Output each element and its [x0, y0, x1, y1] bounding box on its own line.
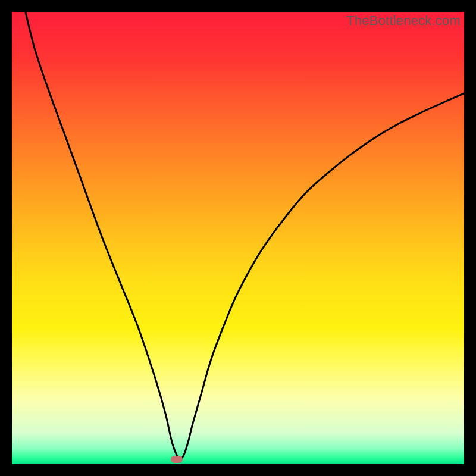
watermark-text: TheBottleneck.com — [346, 13, 461, 29]
optimal-point-marker — [171, 456, 183, 463]
chart-frame: TheBottleneck.com — [12, 12, 464, 464]
curve-layer — [12, 12, 464, 464]
bottleneck-curve — [26, 12, 464, 459]
